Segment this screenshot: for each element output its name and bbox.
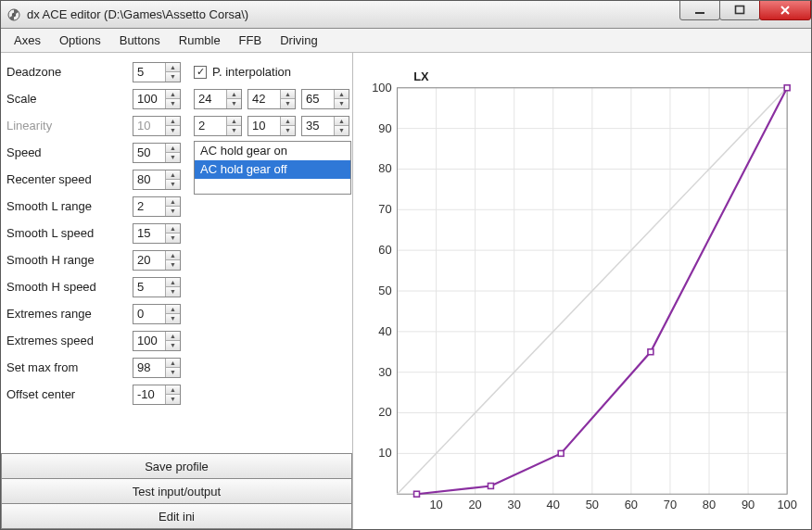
svg-text:50: 50 bbox=[378, 284, 391, 297]
close-button[interactable] bbox=[759, 0, 811, 20]
input-interp-2c[interactable] bbox=[302, 117, 334, 135]
spin-speed[interactable]: ▲▼ bbox=[133, 143, 181, 163]
spin-interp-2b[interactable]: ▲▼ bbox=[247, 116, 296, 136]
label-extremes-range: Extremes range bbox=[6, 307, 127, 321]
maximize-button[interactable] bbox=[719, 0, 760, 20]
label-extremes-speed: Extremes speed bbox=[6, 334, 127, 347]
label-smooth-h-speed: Smooth H speed bbox=[6, 280, 127, 294]
svg-text:40: 40 bbox=[547, 498, 560, 511]
spin-deadzone[interactable]: ▲▼ bbox=[133, 62, 181, 82]
spin-interp-1c[interactable]: ▲▼ bbox=[301, 89, 349, 109]
spin-recenter[interactable]: ▲▼ bbox=[133, 170, 181, 190]
input-recenter[interactable] bbox=[133, 170, 165, 189]
spin-smooth-h-speed[interactable]: ▲▼ bbox=[133, 277, 181, 297]
label-linearity: Linearity bbox=[6, 119, 127, 132]
spin-offset[interactable]: ▲▼ bbox=[133, 385, 181, 405]
checkbox-p-interpolation[interactable]: ✓ bbox=[194, 66, 207, 79]
list-item[interactable]: AC hold gear off bbox=[195, 160, 350, 179]
menu-options[interactable]: Options bbox=[52, 31, 108, 50]
spin-extremes-range[interactable]: ▲▼ bbox=[133, 304, 181, 324]
spin-set-max[interactable]: ▲▼ bbox=[133, 358, 181, 378]
svg-text:40: 40 bbox=[378, 324, 391, 338]
label-scale: Scale bbox=[6, 92, 127, 106]
svg-text:30: 30 bbox=[378, 365, 391, 379]
svg-text:100: 100 bbox=[372, 81, 391, 95]
input-interp-2b[interactable] bbox=[248, 117, 280, 135]
left-panel: Deadzone ▲▼ ✓ P. interpolation Scale ▲▼ … bbox=[1, 53, 353, 529]
spin-smooth-l-speed[interactable]: ▲▼ bbox=[133, 223, 181, 244]
menu-buttons[interactable]: Buttons bbox=[112, 31, 168, 50]
spin-extremes-speed[interactable]: ▲▼ bbox=[133, 331, 181, 351]
svg-rect-50 bbox=[784, 85, 790, 91]
label-deadzone: Deadzone bbox=[6, 65, 127, 79]
input-interp-2a[interactable] bbox=[195, 117, 226, 135]
svg-text:50: 50 bbox=[586, 498, 599, 511]
list-item[interactable]: AC hold gear on bbox=[195, 142, 350, 160]
spin-smooth-l-range[interactable]: ▲▼ bbox=[133, 196, 181, 217]
spin-interp-2c[interactable]: ▲▼ bbox=[301, 116, 349, 136]
label-smooth-l-speed: Smooth L speed bbox=[6, 226, 127, 240]
input-scale[interactable] bbox=[133, 90, 165, 108]
svg-rect-47 bbox=[488, 483, 493, 488]
svg-rect-3 bbox=[736, 6, 744, 14]
menu-axes[interactable]: Axes bbox=[6, 31, 48, 50]
svg-text:60: 60 bbox=[625, 498, 638, 511]
down-icon[interactable]: ▼ bbox=[166, 72, 180, 82]
svg-rect-2 bbox=[695, 12, 704, 14]
menu-bar: Axes Options Buttons Rumble FFB Driving bbox=[1, 29, 811, 53]
input-interp-1a[interactable] bbox=[195, 90, 226, 108]
label-speed: Speed bbox=[6, 145, 127, 159]
svg-text:60: 60 bbox=[378, 243, 391, 257]
spin-interp-1a[interactable]: ▲▼ bbox=[194, 89, 242, 109]
svg-text:20: 20 bbox=[468, 498, 481, 511]
svg-text:30: 30 bbox=[508, 498, 521, 511]
edit-ini-button[interactable]: Edit ini bbox=[1, 503, 352, 529]
label-offset: Offset center bbox=[6, 387, 127, 401]
svg-rect-48 bbox=[558, 450, 564, 456]
input-linearity bbox=[133, 117, 165, 135]
svg-rect-46 bbox=[414, 491, 420, 497]
chart-panel: LX10203040506070809010010203040506070809… bbox=[353, 53, 811, 529]
spin-smooth-h-range[interactable]: ▲▼ bbox=[133, 250, 181, 271]
input-speed[interactable] bbox=[133, 144, 165, 162]
save-profile-button[interactable]: Save profile bbox=[1, 453, 352, 479]
menu-driving[interactable]: Driving bbox=[273, 31, 324, 50]
svg-rect-49 bbox=[648, 349, 653, 355]
input-interp-1c[interactable] bbox=[302, 90, 334, 108]
up-icon[interactable]: ▲ bbox=[166, 90, 180, 100]
label-smooth-l-range: Smooth L range bbox=[6, 199, 127, 213]
input-interp-1b[interactable] bbox=[248, 90, 280, 108]
spin-interp-1b[interactable]: ▲▼ bbox=[247, 89, 296, 109]
up-icon[interactable]: ▲ bbox=[166, 63, 180, 73]
svg-text:100: 100 bbox=[777, 498, 796, 511]
menu-rumble[interactable]: Rumble bbox=[171, 31, 228, 50]
input-deadzone[interactable] bbox=[133, 63, 165, 82]
spin-scale[interactable]: ▲▼ bbox=[133, 89, 181, 109]
svg-text:70: 70 bbox=[378, 202, 391, 216]
svg-text:10: 10 bbox=[378, 446, 391, 460]
svg-text:LX: LX bbox=[413, 69, 429, 83]
down-icon[interactable]: ▼ bbox=[166, 99, 180, 108]
title-bar: dx ACE editor (D:\Games\Assetto Corsa\) bbox=[1, 1, 811, 29]
spin-interp-2a[interactable]: ▲▼ bbox=[194, 116, 242, 136]
curve-chart: LX10203040506070809010010203040506070809… bbox=[359, 62, 798, 520]
minimize-button[interactable] bbox=[679, 0, 720, 20]
spin-linearity: ▲▼ bbox=[133, 116, 181, 136]
app-icon bbox=[6, 7, 21, 22]
svg-text:10: 10 bbox=[429, 498, 442, 511]
svg-text:90: 90 bbox=[378, 121, 391, 135]
gear-hold-listbox[interactable]: AC hold gear on AC hold gear off bbox=[194, 141, 351, 195]
svg-text:80: 80 bbox=[703, 498, 716, 511]
window-title: dx ACE editor (D:\Games\Assetto Corsa\) bbox=[27, 7, 680, 21]
menu-ffb[interactable]: FFB bbox=[232, 31, 270, 50]
svg-text:70: 70 bbox=[664, 498, 677, 511]
label-smooth-h-range: Smooth H range bbox=[6, 253, 127, 267]
label-recenter: Recenter speed bbox=[6, 172, 127, 186]
svg-text:20: 20 bbox=[378, 405, 391, 419]
label-set-max: Set max from bbox=[6, 360, 127, 374]
label-p-interpolation: P. interpolation bbox=[212, 65, 291, 79]
svg-text:80: 80 bbox=[378, 161, 391, 175]
svg-text:90: 90 bbox=[742, 498, 755, 511]
test-io-button[interactable]: Test input/output bbox=[1, 478, 352, 504]
